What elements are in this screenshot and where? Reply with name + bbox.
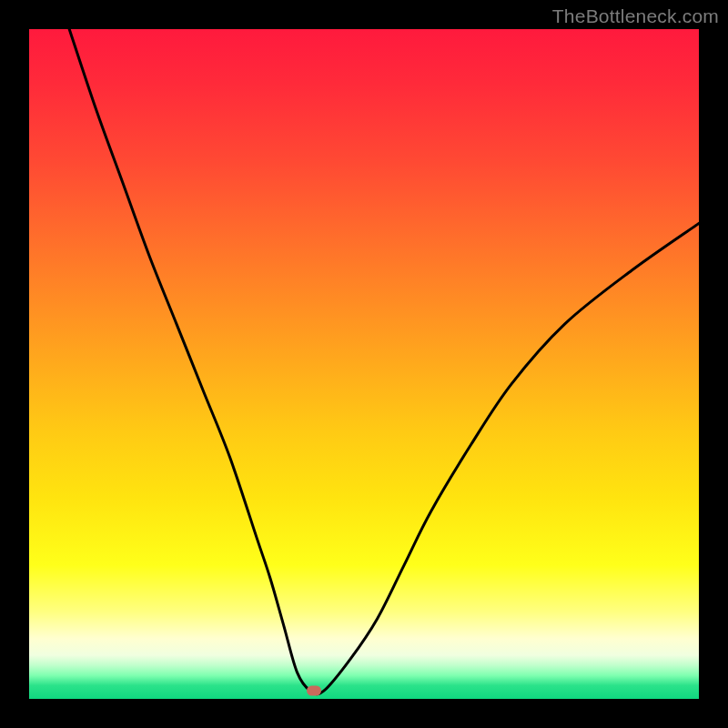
plot-area bbox=[29, 29, 699, 699]
bottleneck-curve bbox=[29, 29, 699, 699]
watermark-text: TheBottleneck.com bbox=[552, 5, 719, 27]
optimum-marker bbox=[307, 686, 321, 696]
curve-path bbox=[69, 29, 699, 694]
chart-frame: TheBottleneck.com bbox=[0, 0, 728, 728]
